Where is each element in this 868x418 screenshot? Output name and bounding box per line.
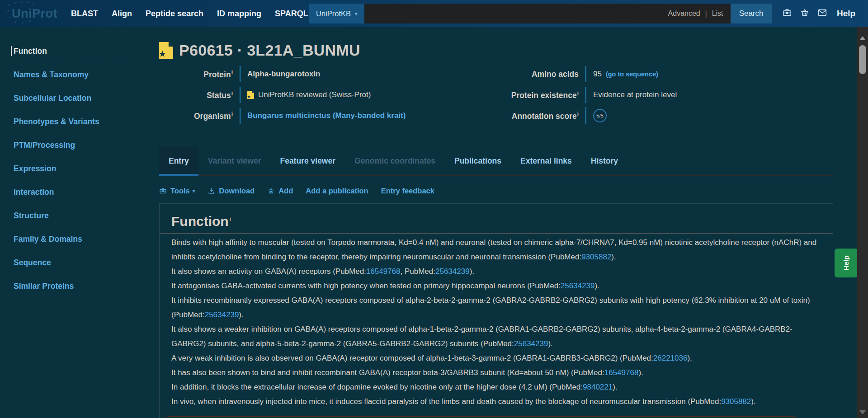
function-sentence: A very weak inhibition is also observed … [171, 351, 821, 366]
sidebar-item-phenotypes-variants[interactable]: Phenotypes & Variants [14, 110, 129, 133]
download-icon [208, 187, 215, 195]
info-sup[interactable]: i [577, 111, 579, 117]
nav-item-align[interactable]: Align [112, 9, 132, 19]
reviewed-entry-icon [159, 42, 173, 59]
search-scope-dropdown[interactable]: UniProtKB ▾ [309, 4, 364, 23]
pubmed-link[interactable]: 26221036 [653, 354, 688, 362]
overview-value: UniProtKB reviewed (Swiss-Prot) [240, 87, 371, 103]
sidebar-item-label: Phenotypes & Variants [14, 117, 99, 127]
tab-variant-viewer: Variant viewer [198, 147, 271, 175]
sidebar-item-similar-proteins[interactable]: Similar Proteins [14, 274, 129, 298]
nav-item-sparql[interactable]: SPARQL [275, 9, 308, 19]
info-sup[interactable]: i [231, 111, 233, 117]
pubmed-link[interactable]: 25634239 [205, 310, 239, 319]
info-sup[interactable]: i [231, 69, 233, 75]
function-section: Functioni Binds with high affinity to mu… [159, 203, 833, 418]
info-sup[interactable]: i [230, 216, 231, 222]
pubmed-link[interactable]: 9840221 [583, 383, 613, 391]
sidebar-item-subcellular-location[interactable]: Subcellular Location [14, 86, 129, 110]
value-text: Alpha-bungarotoxin [247, 70, 320, 79]
annotation-score-badge[interactable]: 5/5 [593, 109, 607, 122]
scroll-down-arrow[interactable] [859, 410, 866, 414]
sentence-text: It inhibits recombinantly expressed GABA… [171, 296, 810, 319]
sentence-text: ). [687, 354, 692, 362]
function-sentence: It also shows a weaker inhibition on GAB… [171, 322, 821, 351]
list-link[interactable]: List [712, 9, 723, 18]
sidebar-item-label: Function [14, 47, 47, 56]
sidebar-item-label: Interaction [14, 188, 54, 197]
help-button[interactable]: Help [835, 249, 858, 277]
download-button[interactable]: Download [208, 187, 255, 195]
sidebar-item-label: PTM/Processing [14, 141, 75, 150]
overview-value: Bungarus multicinctus (Many-banded krait… [240, 108, 406, 124]
search-button[interactable]: Search [731, 4, 772, 23]
sentence-text: ). [751, 397, 755, 406]
pubmed-link[interactable]: 9305882 [581, 253, 611, 261]
sentence-text: In addition, it blocks the extracellular… [171, 383, 583, 391]
pubmed-link[interactable]: 16549768 [366, 267, 401, 276]
tab-feature-viewer[interactable]: Feature viewer [270, 147, 345, 175]
header-icons: Help [782, 0, 855, 27]
entry-overview: ProteiniAlpha-bungarotoxinStatusiUniProt… [159, 65, 833, 127]
scrollbar-thumb[interactable] [859, 45, 866, 74]
overview-label: Proteini [159, 69, 240, 80]
info-sup[interactable]: i [577, 90, 579, 96]
nav-item-peptide-search[interactable]: Peptide search [146, 9, 203, 19]
pubmed-link[interactable]: 25634239 [561, 282, 595, 290]
search-input[interactable] [372, 9, 668, 18]
toolbox-icon[interactable] [782, 8, 792, 19]
envelope-icon[interactable] [817, 8, 827, 19]
pubmed-link[interactable]: 9305882 [721, 397, 751, 406]
tool-label: Tools [170, 187, 190, 195]
go-to-sequence-link[interactable]: (go to sequence) [606, 70, 658, 78]
sidebar-item-names-taxonomy[interactable]: Names & Taxonomy [14, 63, 129, 86]
sidebar-item-label: Structure [14, 211, 49, 221]
uniprot-logo[interactable]: UniProt [12, 7, 57, 21]
sentence-text: ). [548, 339, 552, 348]
tab-history[interactable]: History [581, 147, 627, 175]
function-sentence: It has also been shown to bind and inhib… [171, 366, 821, 380]
tools-button[interactable]: Tools▾ [159, 187, 195, 195]
sidebar-item-ptm-processing[interactable]: PTM/Processing [14, 133, 129, 157]
tab-entry[interactable]: Entry [159, 147, 198, 175]
sidebar-item-label: Subcellular Location [14, 94, 91, 103]
add-a-publication-button[interactable]: Add a publication [306, 187, 368, 195]
add-button[interactable]: Add [267, 187, 293, 195]
reviewed-doc-icon [247, 91, 254, 99]
sidebar-item-sequence[interactable]: Sequence [14, 251, 129, 274]
sidebar-item-family-domains[interactable]: Family & Domains [14, 227, 129, 251]
sidebar-item-interaction[interactable]: Interaction [14, 180, 129, 204]
sidebar-item-expression[interactable]: Expression [14, 157, 129, 180]
tab-external-links[interactable]: External links [511, 147, 581, 175]
advanced-search-link[interactable]: Advanced [668, 9, 700, 18]
overview-label: Annotation scorei [488, 111, 585, 121]
overview-label: Statusi [159, 90, 240, 100]
overview-label: Organismi [159, 111, 240, 121]
function-sentence: It inhibits recombinantly expressed GABA… [171, 293, 821, 322]
info-sup[interactable]: i [231, 90, 233, 96]
sentence-text: It also shows a weaker inhibition on GAB… [171, 325, 793, 348]
tab-publications[interactable]: Publications [445, 147, 511, 175]
section-heading: Functioni [171, 214, 833, 229]
chevron-down-icon: ▾ [193, 188, 195, 194]
overview-left-column: ProteiniAlpha-bungarotoxinStatusiUniProt… [159, 65, 488, 127]
pubmed-link[interactable]: 25634239 [514, 339, 548, 348]
help-link[interactable]: Help [837, 9, 855, 19]
sidebar-item-function[interactable]: Function [14, 39, 129, 63]
value-link[interactable]: Bungarus multicinctus (Many-banded krait… [247, 111, 406, 120]
entry-feedback-button[interactable]: Entry feedback [381, 187, 434, 195]
overview-row-protein: ProteiniAlpha-bungarotoxin [159, 65, 488, 83]
sentence-text: ). [470, 267, 474, 276]
function-sentence: In addition, it blocks the extracellular… [171, 380, 821, 395]
pubmed-link[interactable]: 25634239 [435, 267, 470, 276]
nav-item-blast[interactable]: BLAST [71, 9, 98, 19]
nav-item-id-mapping[interactable]: ID mapping [217, 9, 261, 19]
pubmed-link[interactable]: 16549768 [604, 368, 639, 377]
overview-value: Evidence at protein level [585, 87, 677, 103]
sidebar-item-structure[interactable]: Structure [14, 204, 129, 227]
tool-label: Download [219, 187, 255, 195]
overview-label: Amino acids [488, 70, 585, 79]
overview-row-status: StatusiUniProtKB reviewed (Swiss-Prot) [159, 86, 488, 104]
basket-icon[interactable] [800, 8, 810, 19]
scroll-up-arrow[interactable] [859, 36, 866, 40]
